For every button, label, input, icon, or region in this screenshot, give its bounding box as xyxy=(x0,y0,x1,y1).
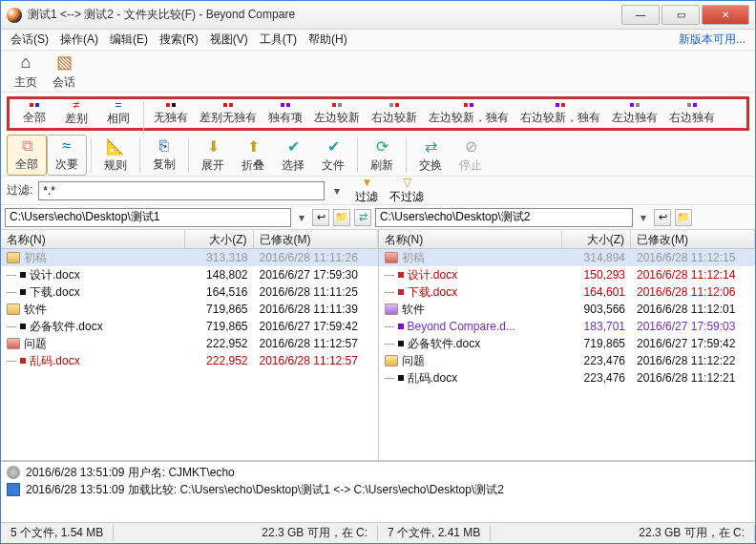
refresh-icon: ⟳ xyxy=(376,137,388,156)
left-browse-button[interactable]: 📁 xyxy=(333,209,350,226)
menu-help[interactable]: 帮助(H) xyxy=(303,30,353,50)
filter-diff[interactable]: ≠差别 xyxy=(55,101,97,126)
right-browse-button[interactable]: 📁 xyxy=(675,209,692,226)
right-path-dropdown[interactable]: ▾ xyxy=(637,211,650,224)
right-column-header: 名称(N) 大小(Z) 已修改(M) xyxy=(379,230,756,249)
menu-session[interactable]: 会话(S) xyxy=(5,30,54,50)
home-button[interactable]: ⌂主页 xyxy=(7,51,45,93)
file-row[interactable]: 必备软件.docx719,8652016/6/27 17:59:42 xyxy=(379,335,756,352)
file-row[interactable]: Beyond Compare.d...183,7012016/6/27 17:5… xyxy=(379,318,756,335)
left-history-button[interactable]: ↩ xyxy=(312,209,329,226)
menu-tools[interactable]: 工具(T) xyxy=(254,30,303,50)
approx-icon: ≈ xyxy=(63,137,72,155)
col-name[interactable]: 名称(N) xyxy=(1,230,185,248)
folder-icon xyxy=(385,303,398,315)
swap-button[interactable]: ⇄交换 xyxy=(410,136,451,176)
file-bullet-icon xyxy=(398,324,404,329)
col-modified[interactable]: 已修改(M) xyxy=(631,230,755,248)
file-row[interactable]: 问题222,9522016/6/28 11:12:57 xyxy=(1,335,378,352)
file-row[interactable]: 下载.docx164,6012016/6/28 11:12:06 xyxy=(379,283,756,301)
compare-panes: 名称(N) 大小(Z) 已修改(M) 初稿313,3182016/6/28 11… xyxy=(1,230,755,461)
toolbar-main: ⌂主页 ▧会话 xyxy=(1,51,755,93)
select-button[interactable]: ✔选择 xyxy=(273,136,313,176)
copy-icon: ⎘ xyxy=(159,137,169,155)
file-row[interactable]: 设计.docx148,8022016/6/27 17:59:30 xyxy=(1,266,378,283)
file-bullet-icon xyxy=(398,272,404,278)
filter-diff-none-unique[interactable]: 差别无独有 xyxy=(194,101,262,126)
left-pane: 名称(N) 大小(Z) 已修改(M) 初稿313,3182016/6/28 11… xyxy=(1,230,379,460)
col-modified[interactable]: 已修改(M) xyxy=(254,230,378,248)
file-row[interactable]: 初稿313,3182016/6/28 11:11:26 xyxy=(1,249,378,266)
filter-none-unique[interactable]: 无独有 xyxy=(148,101,194,126)
folder-icon xyxy=(7,338,20,349)
collapse-icon: ⬆ xyxy=(247,137,260,156)
filter-same[interactable]: =相同 xyxy=(97,101,139,126)
ruler-icon: 📐 xyxy=(106,137,125,156)
file-row[interactable]: 问题223,4762016/6/28 11:12:22 xyxy=(379,352,756,369)
file-row[interactable]: 必备软件.docx719,8652016/6/27 17:59:42 xyxy=(1,318,378,335)
filter-left-newer-unique[interactable]: 左边较新，独有 xyxy=(423,101,514,126)
filter-right-newer[interactable]: 右边较新 xyxy=(366,101,423,126)
menu-ops[interactable]: 操作(A) xyxy=(54,30,104,50)
update-link[interactable]: 新版本可用... xyxy=(673,30,751,50)
rules-button[interactable]: 📐规则 xyxy=(95,136,136,176)
col-size[interactable]: 大小(Z) xyxy=(185,230,254,248)
window-title: 测试1 <--> 测试2 - 文件夹比较(F) - Beyond Compare xyxy=(28,7,620,23)
col-size[interactable]: 大小(Z) xyxy=(562,230,631,248)
menu-search[interactable]: 搜索(R) xyxy=(154,30,204,50)
file-row[interactable]: 设计.docx150,2932016/6/28 11:12:14 xyxy=(379,266,756,283)
file-bullet-icon xyxy=(20,324,26,329)
swap-paths-button[interactable]: ⇄ xyxy=(354,209,371,226)
col-name[interactable]: 名称(N) xyxy=(379,230,563,248)
filter-all[interactable]: 全部 xyxy=(13,101,55,126)
copy-button[interactable]: ⎘复制 xyxy=(144,136,184,175)
file-row[interactable]: 下载.docx164,5162016/6/28 11:11:25 xyxy=(1,283,378,301)
folder-icon xyxy=(7,303,20,315)
left-path-dropdown[interactable]: ▾ xyxy=(295,211,308,224)
file-row[interactable]: 软件903,5662016/6/28 11:12:01 xyxy=(379,301,756,318)
right-history-button[interactable]: ↩ xyxy=(654,209,671,226)
menu-view[interactable]: 视图(V) xyxy=(204,30,254,50)
path-row: ▾ ↩ 📁 ⇄ ▾ ↩ 📁 xyxy=(1,205,755,230)
left-file-list[interactable]: 初稿313,3182016/6/28 11:11:26设计.docx148,80… xyxy=(1,249,378,460)
apply-filter-button[interactable]: ▼过滤 xyxy=(349,176,384,205)
filter-left-newer[interactable]: 左边较新 xyxy=(308,101,366,126)
refresh-button[interactable]: ⟳刷新 xyxy=(362,136,402,176)
file-bullet-icon xyxy=(398,375,404,381)
file-row[interactable]: 乱码.docx222,9522016/6/28 11:12:57 xyxy=(1,352,378,369)
menubar: 会话(S) 操作(A) 编辑(E) 搜索(R) 视图(V) 工具(T) 帮助(H… xyxy=(1,30,755,51)
file-row[interactable]: 初稿314,8942016/6/28 11:12:15 xyxy=(379,249,756,266)
disk-icon xyxy=(7,483,20,496)
show-all-button[interactable]: ⧉全部 xyxy=(7,135,47,176)
expand-button[interactable]: ⬇展开 xyxy=(193,136,233,176)
filter-dropdown[interactable]: ▾ xyxy=(330,184,344,198)
status-left-count: 5 个文件, 1.54 MB xyxy=(1,525,114,541)
file-row[interactable]: 软件719,8652016/6/28 11:11:39 xyxy=(1,301,378,318)
compare-icon: ⧉ xyxy=(22,137,32,155)
session-button[interactable]: ▧会话 xyxy=(45,50,83,93)
right-pane: 名称(N) 大小(Z) 已修改(M) 初稿314,8942016/6/28 11… xyxy=(379,230,756,460)
file-icon: ✔ xyxy=(327,137,340,156)
minor-button[interactable]: ≈次要 xyxy=(47,135,87,176)
left-path-input[interactable] xyxy=(5,208,291,227)
filter-input[interactable] xyxy=(38,181,325,200)
files-button[interactable]: ✔文件 xyxy=(313,136,353,176)
collapse-button[interactable]: ⬆折叠 xyxy=(233,136,273,176)
status-right-count: 7 个文件, 2.41 MB xyxy=(378,525,491,541)
clear-filter-button[interactable]: ▽不过滤 xyxy=(389,176,424,205)
maximize-button[interactable]: ▭ xyxy=(662,5,700,25)
filter-right-only[interactable]: 右边独有 xyxy=(663,101,721,126)
stop-button[interactable]: ⊘停止 xyxy=(451,136,491,176)
check-icon: ✔ xyxy=(287,137,300,156)
right-file-list[interactable]: 初稿314,8942016/6/28 11:12:15设计.docx150,29… xyxy=(379,249,756,460)
expand-icon: ⬇ xyxy=(207,137,220,156)
log-panel: 2016/6/28 13:51:09 用户名: CJMKT\echo 2016/… xyxy=(1,461,755,522)
minimize-button[interactable]: — xyxy=(621,5,660,25)
filter-unique[interactable]: 独有项 xyxy=(262,101,308,126)
file-row[interactable]: 乱码.docx223,4762016/6/28 11:12:21 xyxy=(379,369,756,387)
menu-edit[interactable]: 编辑(E) xyxy=(104,30,154,50)
filter-left-only[interactable]: 左边独有 xyxy=(606,101,663,126)
close-button[interactable]: ✕ xyxy=(702,5,749,25)
filter-right-newer-unique[interactable]: 右边较新，独有 xyxy=(514,101,606,126)
right-path-input[interactable] xyxy=(375,208,633,227)
